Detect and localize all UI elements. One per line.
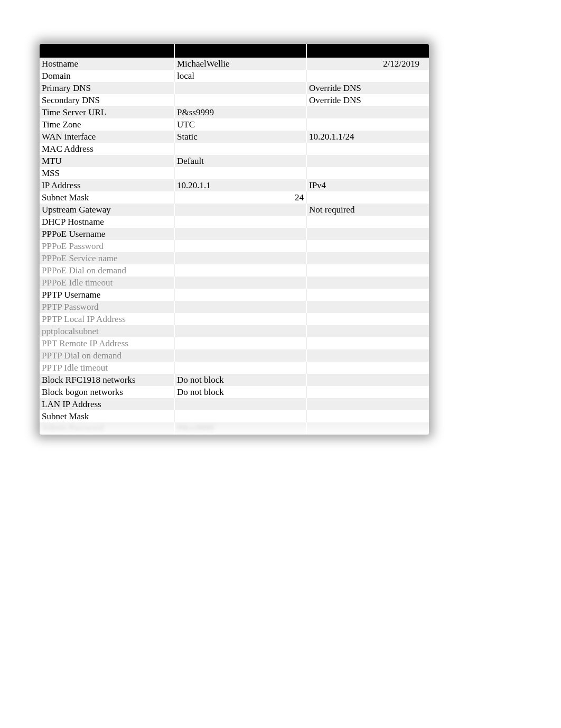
header-comment: Comment	[306, 44, 429, 58]
cell-label: Subnet Mask	[40, 191, 174, 204]
table-row: PPTP Username	[40, 289, 429, 301]
cell-comment	[306, 228, 429, 240]
cell-settings: 24	[174, 191, 306, 204]
cell-label: Hostname	[40, 58, 174, 70]
table-row: PPTP Dial on demand	[40, 349, 429, 362]
cell-comment: IPv4	[306, 179, 429, 191]
cell-label: Time Zone	[40, 118, 174, 131]
cell-comment	[306, 337, 429, 349]
cell-comment	[306, 313, 429, 325]
cell-comment	[306, 240, 429, 252]
cell-label: Upstream Gateway	[40, 204, 174, 216]
cell-settings	[174, 204, 306, 216]
cell-settings	[174, 277, 306, 289]
cell-label: PPPoE Service name	[40, 252, 174, 264]
cell-settings	[174, 216, 306, 228]
cell-comment	[306, 252, 429, 264]
cell-settings	[174, 349, 306, 362]
cell-label: PPTP Username	[40, 289, 174, 301]
cell-settings: MichaelWellie	[174, 58, 306, 70]
table-row: Subnet Mask24	[40, 191, 429, 204]
cell-comment	[306, 264, 429, 277]
table-row: HostnameMichaelWellie2/12/2019	[40, 58, 429, 70]
cell-settings	[174, 167, 306, 179]
cell-settings	[174, 264, 306, 277]
header-settings: Settings	[174, 44, 306, 58]
cell-settings: Static	[174, 131, 306, 143]
cell-settings	[174, 301, 306, 313]
table-row: MTUDefault	[40, 155, 429, 167]
cell-comment: 2/12/2019	[306, 58, 429, 70]
cell-settings	[174, 313, 306, 325]
cell-label: pptplocalsubnet	[40, 325, 174, 337]
cell-settings: P&ss9999	[174, 106, 306, 118]
table-row: pptplocalsubnet	[40, 325, 429, 337]
cell-comment	[306, 216, 429, 228]
table-row: IP Address10.20.1.1IPv4	[40, 179, 429, 191]
cell-comment: Not required	[306, 204, 429, 216]
table-row: WAN interfaceStatic10.20.1.1/24	[40, 131, 429, 143]
cell-label: LAN IP Address	[40, 398, 174, 410]
cell-settings	[174, 362, 306, 374]
cell-settings: P&ss9999	[174, 422, 306, 435]
cell-label: Secondary DNS	[40, 94, 174, 106]
header-physical-configuration: Physical Configuration	[40, 44, 174, 58]
cell-label: PPPoE Username	[40, 228, 174, 240]
cell-settings: Do not block	[174, 374, 306, 386]
cell-label: MTU	[40, 155, 174, 167]
cell-settings: 10.20.1.1	[174, 179, 306, 191]
cell-label: Subnet Mask	[40, 410, 174, 422]
cell-label: Domain	[40, 70, 174, 82]
table-header-row: Physical Configuration Settings Comment	[40, 44, 429, 58]
table-row: Time Server URLP&ss9999	[40, 106, 429, 118]
table-row-blurred: Admin PasswordP&ss9999	[40, 422, 429, 435]
cell-settings	[174, 228, 306, 240]
table-row: Block RFC1918 networksDo not block	[40, 374, 429, 386]
table-row: PPTP Idle timeout	[40, 362, 429, 374]
cell-comment	[306, 386, 429, 398]
cell-label: IP Address	[40, 179, 174, 191]
cell-label: Admin Password	[40, 422, 174, 435]
table-row: Time ZoneUTC	[40, 118, 429, 131]
cell-comment	[306, 422, 429, 435]
cell-label: PPT Remote IP Address	[40, 337, 174, 349]
cell-comment	[306, 289, 429, 301]
cell-comment	[306, 106, 429, 118]
config-table-container: Physical Configuration Settings Comment …	[40, 44, 429, 435]
cell-comment	[306, 362, 429, 374]
cell-settings	[174, 410, 306, 422]
cell-comment: Override DNS	[306, 82, 429, 94]
cell-label: Primary DNS	[40, 82, 174, 94]
cell-label: MAC Address	[40, 143, 174, 155]
cell-label: PPTP Local IP Address	[40, 313, 174, 325]
cell-label: DHCP Hostname	[40, 216, 174, 228]
cell-settings: UTC	[174, 118, 306, 131]
table-row: Subnet Mask	[40, 410, 429, 422]
cell-settings	[174, 94, 306, 106]
cell-settings	[174, 337, 306, 349]
cell-label: PPPoE Password	[40, 240, 174, 252]
cell-label: WAN interface	[40, 131, 174, 143]
table-row: Domainlocal	[40, 70, 429, 82]
cell-label: PPPoE Dial on demand	[40, 264, 174, 277]
cell-settings	[174, 82, 306, 94]
table-row: PPT Remote IP Address	[40, 337, 429, 349]
cell-comment: Override DNS	[306, 94, 429, 106]
cell-label: Time Server URL	[40, 106, 174, 118]
cell-comment	[306, 191, 429, 204]
cell-label: PPTP Password	[40, 301, 174, 313]
cell-label: Block RFC1918 networks	[40, 374, 174, 386]
table-row: PPTP Local IP Address	[40, 313, 429, 325]
cell-label: PPTP Idle timeout	[40, 362, 174, 374]
table-row: MSS	[40, 167, 429, 179]
cell-label: PPTP Dial on demand	[40, 349, 174, 362]
cell-comment	[306, 374, 429, 386]
cell-settings: Do not block	[174, 386, 306, 398]
cell-settings	[174, 252, 306, 264]
cell-label: PPPoE Idle timeout	[40, 277, 174, 289]
table-row: Secondary DNSOverride DNS	[40, 94, 429, 106]
cell-settings	[174, 143, 306, 155]
table-row: Primary DNSOverride DNS	[40, 82, 429, 94]
table-row: PPPoE Service name	[40, 252, 429, 264]
cell-comment	[306, 143, 429, 155]
